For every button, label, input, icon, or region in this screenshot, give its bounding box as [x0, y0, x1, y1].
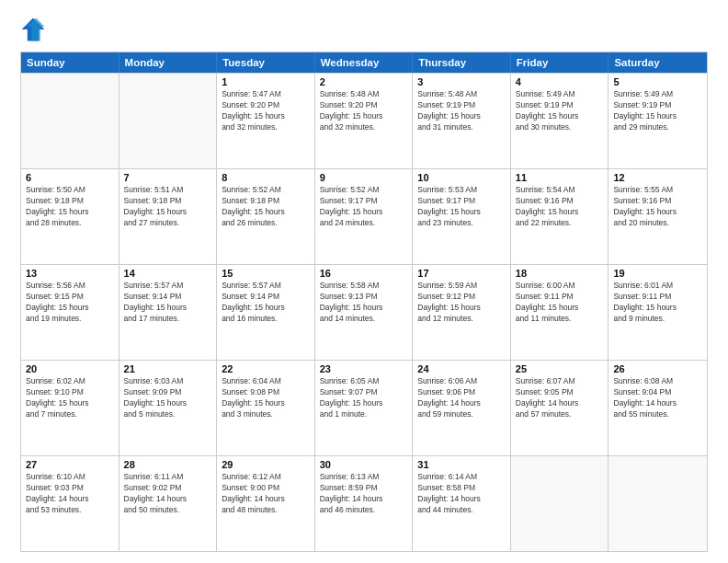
- day-detail: Sunrise: 6:08 AM Sunset: 9:04 PM Dayligh…: [613, 376, 702, 420]
- day-number: 7: [124, 172, 212, 183]
- logo-icon: [20, 17, 46, 42]
- day-cell-29: 29Sunrise: 6:12 AM Sunset: 9:00 PM Dayli…: [217, 456, 315, 551]
- day-detail: Sunrise: 5:57 AM Sunset: 9:14 PM Dayligh…: [222, 281, 310, 325]
- day-number: 16: [320, 268, 408, 279]
- day-cell-5: 5Sunrise: 5:49 AM Sunset: 9:19 PM Daylig…: [609, 74, 707, 168]
- day-cell-empty: [21, 74, 119, 168]
- header-cell-friday: Friday: [511, 52, 609, 73]
- day-number: 18: [516, 268, 604, 279]
- day-detail: Sunrise: 5:48 AM Sunset: 9:20 PM Dayligh…: [320, 89, 408, 133]
- day-detail: Sunrise: 6:01 AM Sunset: 9:11 PM Dayligh…: [613, 281, 702, 325]
- day-cell-empty: [511, 456, 609, 551]
- day-detail: Sunrise: 5:56 AM Sunset: 9:15 PM Dayligh…: [26, 281, 114, 325]
- day-cell-9: 9Sunrise: 5:52 AM Sunset: 9:17 PM Daylig…: [315, 169, 414, 264]
- day-cell-27: 27Sunrise: 6:10 AM Sunset: 9:03 PM Dayli…: [21, 456, 119, 551]
- day-number: 1: [222, 76, 310, 87]
- day-cell-30: 30Sunrise: 6:13 AM Sunset: 8:59 PM Dayli…: [315, 456, 414, 551]
- day-cell-31: 31Sunrise: 6:14 AM Sunset: 8:58 PM Dayli…: [413, 456, 511, 551]
- day-cell-24: 24Sunrise: 6:06 AM Sunset: 9:06 PM Dayli…: [413, 361, 511, 455]
- day-number: 8: [222, 172, 310, 183]
- day-number: 20: [26, 363, 114, 374]
- day-cell-6: 6Sunrise: 5:50 AM Sunset: 9:18 PM Daylig…: [21, 169, 119, 264]
- day-detail: Sunrise: 5:51 AM Sunset: 9:18 PM Dayligh…: [124, 185, 212, 229]
- day-detail: Sunrise: 5:58 AM Sunset: 9:13 PM Dayligh…: [320, 281, 408, 325]
- day-detail: Sunrise: 5:53 AM Sunset: 9:17 PM Dayligh…: [417, 185, 506, 229]
- day-detail: Sunrise: 6:05 AM Sunset: 9:07 PM Dayligh…: [320, 376, 408, 420]
- day-number: 4: [516, 76, 604, 87]
- week-row-4: 20Sunrise: 6:02 AM Sunset: 9:10 PM Dayli…: [21, 360, 707, 455]
- day-number: 21: [124, 363, 212, 374]
- day-detail: Sunrise: 5:59 AM Sunset: 9:12 PM Dayligh…: [417, 281, 506, 325]
- day-cell-13: 13Sunrise: 5:56 AM Sunset: 9:15 PM Dayli…: [21, 265, 119, 360]
- header-cell-sunday: Sunday: [21, 52, 119, 73]
- day-cell-25: 25Sunrise: 6:07 AM Sunset: 9:05 PM Dayli…: [511, 361, 609, 455]
- day-detail: Sunrise: 6:10 AM Sunset: 9:03 PM Dayligh…: [26, 472, 114, 516]
- day-number: 31: [417, 459, 506, 470]
- header-cell-thursday: Thursday: [413, 52, 511, 73]
- day-detail: Sunrise: 6:03 AM Sunset: 9:09 PM Dayligh…: [124, 376, 212, 420]
- calendar-body: 1Sunrise: 5:47 AM Sunset: 9:20 PM Daylig…: [21, 73, 707, 551]
- day-number: 30: [320, 459, 408, 470]
- day-cell-12: 12Sunrise: 5:55 AM Sunset: 9:16 PM Dayli…: [609, 169, 707, 264]
- day-detail: Sunrise: 6:14 AM Sunset: 8:58 PM Dayligh…: [417, 472, 506, 516]
- day-cell-11: 11Sunrise: 5:54 AM Sunset: 9:16 PM Dayli…: [511, 169, 609, 264]
- day-number: 15: [222, 268, 310, 279]
- day-number: 27: [26, 459, 114, 470]
- day-detail: Sunrise: 5:52 AM Sunset: 9:17 PM Dayligh…: [320, 185, 408, 229]
- day-cell-16: 16Sunrise: 5:58 AM Sunset: 9:13 PM Dayli…: [315, 265, 414, 360]
- calendar-header-row: SundayMondayTuesdayWednesdayThursdayFrid…: [21, 52, 707, 73]
- day-cell-8: 8Sunrise: 5:52 AM Sunset: 9:18 PM Daylig…: [217, 169, 315, 264]
- header-cell-wednesday: Wednesday: [315, 52, 414, 73]
- day-detail: Sunrise: 5:52 AM Sunset: 9:18 PM Dayligh…: [222, 185, 310, 229]
- day-detail: Sunrise: 6:06 AM Sunset: 9:06 PM Dayligh…: [417, 376, 506, 420]
- day-cell-19: 19Sunrise: 6:01 AM Sunset: 9:11 PM Dayli…: [609, 265, 707, 360]
- day-cell-22: 22Sunrise: 6:04 AM Sunset: 9:08 PM Dayli…: [217, 361, 315, 455]
- logo: [20, 17, 50, 42]
- day-number: 3: [417, 76, 506, 87]
- day-detail: Sunrise: 6:07 AM Sunset: 9:05 PM Dayligh…: [516, 376, 604, 420]
- day-detail: Sunrise: 5:48 AM Sunset: 9:19 PM Dayligh…: [417, 89, 506, 133]
- day-detail: Sunrise: 6:12 AM Sunset: 9:00 PM Dayligh…: [222, 472, 310, 516]
- day-cell-14: 14Sunrise: 5:57 AM Sunset: 9:14 PM Dayli…: [119, 265, 218, 360]
- day-number: 5: [613, 76, 702, 87]
- day-number: 19: [613, 268, 702, 279]
- day-cell-20: 20Sunrise: 6:02 AM Sunset: 9:10 PM Dayli…: [21, 361, 119, 455]
- day-cell-7: 7Sunrise: 5:51 AM Sunset: 9:18 PM Daylig…: [119, 169, 218, 264]
- day-number: 9: [320, 172, 408, 183]
- day-detail: Sunrise: 6:04 AM Sunset: 9:08 PM Dayligh…: [222, 376, 310, 420]
- day-number: 23: [320, 363, 408, 374]
- day-cell-21: 21Sunrise: 6:03 AM Sunset: 9:09 PM Dayli…: [119, 361, 218, 455]
- day-cell-3: 3Sunrise: 5:48 AM Sunset: 9:19 PM Daylig…: [413, 74, 511, 168]
- day-number: 22: [222, 363, 310, 374]
- day-detail: Sunrise: 5:47 AM Sunset: 9:20 PM Dayligh…: [222, 89, 310, 133]
- day-detail: Sunrise: 5:50 AM Sunset: 9:18 PM Dayligh…: [26, 185, 114, 229]
- day-number: 17: [417, 268, 506, 279]
- day-number: 2: [320, 76, 408, 87]
- day-cell-23: 23Sunrise: 6:05 AM Sunset: 9:07 PM Dayli…: [315, 361, 414, 455]
- day-detail: Sunrise: 6:11 AM Sunset: 9:02 PM Dayligh…: [124, 472, 212, 516]
- day-detail: Sunrise: 5:57 AM Sunset: 9:14 PM Dayligh…: [124, 281, 212, 325]
- day-number: 14: [124, 268, 212, 279]
- day-number: 12: [613, 172, 702, 183]
- day-cell-26: 26Sunrise: 6:08 AM Sunset: 9:04 PM Dayli…: [609, 361, 707, 455]
- header-cell-saturday: Saturday: [609, 52, 707, 73]
- week-row-5: 27Sunrise: 6:10 AM Sunset: 9:03 PM Dayli…: [21, 455, 707, 551]
- day-detail: Sunrise: 6:00 AM Sunset: 9:11 PM Dayligh…: [516, 281, 604, 325]
- day-number: 24: [417, 363, 506, 374]
- day-number: 6: [26, 172, 114, 183]
- week-row-3: 13Sunrise: 5:56 AM Sunset: 9:15 PM Dayli…: [21, 264, 707, 360]
- week-row-2: 6Sunrise: 5:50 AM Sunset: 9:18 PM Daylig…: [21, 168, 707, 264]
- day-cell-10: 10Sunrise: 5:53 AM Sunset: 9:17 PM Dayli…: [413, 169, 511, 264]
- header-cell-monday: Monday: [119, 52, 218, 73]
- day-number: 28: [124, 459, 212, 470]
- day-detail: Sunrise: 6:13 AM Sunset: 8:59 PM Dayligh…: [320, 472, 408, 516]
- week-row-1: 1Sunrise: 5:47 AM Sunset: 9:20 PM Daylig…: [21, 73, 707, 168]
- day-cell-2: 2Sunrise: 5:48 AM Sunset: 9:20 PM Daylig…: [315, 74, 414, 168]
- day-cell-empty: [119, 74, 218, 168]
- day-cell-1: 1Sunrise: 5:47 AM Sunset: 9:20 PM Daylig…: [217, 74, 315, 168]
- day-number: 10: [417, 172, 506, 183]
- calendar: SundayMondayTuesdayWednesdayThursdayFrid…: [20, 52, 708, 552]
- day-cell-17: 17Sunrise: 5:59 AM Sunset: 9:12 PM Dayli…: [413, 265, 511, 360]
- day-detail: Sunrise: 5:49 AM Sunset: 9:19 PM Dayligh…: [516, 89, 604, 133]
- day-detail: Sunrise: 6:02 AM Sunset: 9:10 PM Dayligh…: [26, 376, 114, 420]
